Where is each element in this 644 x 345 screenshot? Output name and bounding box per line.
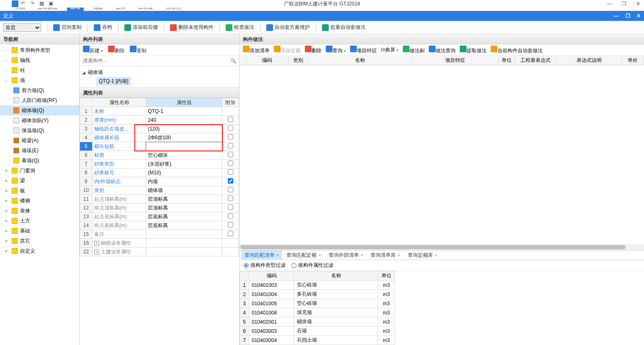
- property-row[interactable]: 12终点顶标高(m)层顶标高: [80, 204, 239, 212]
- expand-icon[interactable]: +: [5, 219, 9, 223]
- qat-icon[interactable]: ▣: [49, 0, 55, 7]
- prop-value[interactable]: (120): [146, 125, 222, 133]
- expand-icon[interactable]: -: [5, 68, 9, 73]
- prop-value[interactable]: [146, 142, 222, 151]
- property-row[interactable]: 4砌体通长筋2Φ6@100: [80, 133, 239, 142]
- prop-value[interactable]: (水泥砂浆): [146, 160, 222, 169]
- attach-checkbox[interactable]: [228, 196, 233, 201]
- attach-checkbox[interactable]: [228, 152, 233, 157]
- prop-value[interactable]: [146, 230, 222, 239]
- property-row[interactable]: 2厚度(mm)240: [80, 116, 239, 125]
- search-icon[interactable]: 🔍: [230, 58, 237, 64]
- expand-icon[interactable]: +: [5, 179, 9, 183]
- expand-icon[interactable]: +: [5, 229, 9, 233]
- nav-item[interactable]: +楼梯: [0, 196, 79, 206]
- collapse-icon[interactable]: ◢: [82, 70, 86, 75]
- property-row[interactable]: 1名称QTQ-1: [80, 107, 239, 116]
- method-toolbar-button[interactable]: 当前构件自动套做法: [491, 46, 543, 54]
- prop-value[interactable]: 层顶标高: [146, 204, 222, 212]
- prop-value[interactable]: 砌体墙: [146, 186, 222, 195]
- query-tab[interactable]: 查询定额库×: [404, 250, 440, 260]
- attach-checkbox[interactable]: [228, 125, 233, 131]
- close-icon[interactable]: ×: [361, 253, 363, 258]
- tree-child[interactable]: QTQ-1 [内墙]: [96, 77, 131, 86]
- prop-value[interactable]: 2Φ6@100: [146, 133, 222, 142]
- prop-value[interactable]: [146, 239, 222, 248]
- property-row[interactable]: 15备注: [80, 230, 239, 239]
- nav-item[interactable]: 剪力墙(Q): [0, 85, 79, 95]
- attach-checkbox[interactable]: [228, 222, 233, 227]
- expand-icon[interactable]: -: [5, 48, 9, 53]
- prop-value[interactable]: (M10): [146, 169, 222, 177]
- method-toolbar-button[interactable]: 项目特征: [350, 46, 377, 54]
- nav-item[interactable]: +梁: [0, 176, 79, 186]
- prop-value[interactable]: 层顶标高: [146, 195, 222, 204]
- attach-checkbox[interactable]: [228, 204, 233, 210]
- qat-icon[interactable]: ▦: [39, 0, 46, 7]
- floor-select[interactable]: 首层: [3, 23, 41, 32]
- attach-checkbox[interactable]: [228, 117, 233, 122]
- property-row[interactable]: 5横向短筋: [80, 142, 239, 151]
- close-icon[interactable]: ×: [435, 253, 437, 258]
- property-row[interactable]: 22+土建业务属性: [80, 248, 239, 256]
- expand-icon[interactable]: -: [5, 78, 9, 83]
- prop-value[interactable]: 空心砌块: [146, 151, 222, 160]
- nav-item[interactable]: 砌体墙(Q): [0, 105, 79, 115]
- grid-column-header[interactable]: 单位: [499, 56, 515, 65]
- property-row[interactable]: 9内/外墙标志内墙: [80, 177, 239, 186]
- search-box[interactable]: 🔍: [80, 56, 239, 66]
- minimize-button[interactable]: —: [605, 1, 615, 7]
- attach-checkbox[interactable]: [228, 169, 233, 175]
- grid-column-header[interactable]: 单价: [622, 56, 644, 65]
- query-tab[interactable]: 查询外部清单×: [325, 250, 366, 260]
- attach-checkbox[interactable]: [228, 161, 233, 166]
- grid-column-header[interactable]: 表达式说明: [556, 56, 622, 65]
- nav-item[interactable]: 保温墙(Q): [0, 125, 79, 135]
- filter-by-type[interactable]: 按构件类型过滤: [244, 262, 286, 269]
- nav-item[interactable]: -墙: [0, 75, 79, 85]
- close-icon[interactable]: ×: [276, 253, 279, 258]
- maximize-inner-button[interactable]: ❐: [626, 13, 630, 19]
- scrollbar-thumb[interactable]: [240, 245, 626, 249]
- minimize-inner-button[interactable]: —: [614, 13, 619, 19]
- query-row[interactable]: 4010401008填充墙m3: [240, 308, 395, 317]
- close-icon[interactable]: ×: [318, 253, 321, 258]
- method-toolbar-button[interactable]: 删除: [305, 46, 322, 54]
- grid-column-header[interactable]: 编码: [247, 56, 289, 65]
- nav-item[interactable]: -常用构件类型: [0, 45, 79, 55]
- nav-item[interactable]: 人防门框墙(RF): [0, 95, 79, 105]
- toolbar-button[interactable]: 删除未使用构件: [170, 24, 214, 31]
- undo-icon[interactable]: ↶: [21, 0, 28, 7]
- horizontal-scrollbar[interactable]: [240, 244, 644, 250]
- property-grid[interactable]: 属性名称 属性值 附加 1名称QTQ-12厚度(mm)2403轴线距左墙皮...…: [80, 98, 239, 345]
- grid-column-header[interactable]: 类别: [289, 56, 308, 65]
- nav-item[interactable]: -柱: [0, 65, 79, 75]
- toolbar-button[interactable]: 存档: [94, 24, 112, 31]
- expand-icon[interactable]: -: [5, 58, 9, 63]
- nav-item[interactable]: 墙垛(E): [0, 146, 79, 156]
- toolbar-button[interactable]: 添加前后缀: [124, 24, 158, 31]
- maximize-button[interactable]: ❐: [619, 1, 629, 7]
- property-row[interactable]: 13起点底标高(m)层底标高: [80, 212, 239, 221]
- query-row[interactable]: 2010401004多孔砖墙m3: [240, 290, 395, 299]
- nav-item[interactable]: +装修: [0, 206, 79, 216]
- expand-icon[interactable]: +: [5, 239, 9, 243]
- prop-value[interactable]: QTQ-1: [146, 107, 222, 116]
- query-row[interactable]: 1010401003实心砖墙m3: [240, 281, 395, 290]
- tree-root[interactable]: 砌体墙: [88, 69, 103, 76]
- prop-value[interactable]: 层底标高: [146, 221, 222, 230]
- nav-item[interactable]: 砌体加筋(Y): [0, 115, 79, 125]
- query-tab[interactable]: 查询清单库×: [367, 250, 403, 260]
- method-toolbar-button[interactable]: 提取做法: [460, 46, 487, 54]
- method-toolbar-button[interactable]: 查询: [326, 46, 346, 54]
- nav-item[interactable]: 暗梁(A): [0, 135, 79, 146]
- attach-checkbox[interactable]: [228, 178, 233, 184]
- delete-button[interactable]: 删除: [108, 46, 125, 54]
- attach-checkbox[interactable]: [228, 187, 233, 192]
- method-toolbar-button[interactable]: fx换算: [381, 46, 399, 54]
- property-row[interactable]: 6材质空心砌块: [80, 151, 239, 160]
- method-toolbar-button[interactable]: 做法刷: [403, 46, 425, 54]
- expand-icon[interactable]: +: [5, 189, 9, 193]
- query-tab[interactable]: 查询匹配定额×: [283, 250, 324, 260]
- property-row[interactable]: 8砂浆标号(M10): [80, 169, 239, 177]
